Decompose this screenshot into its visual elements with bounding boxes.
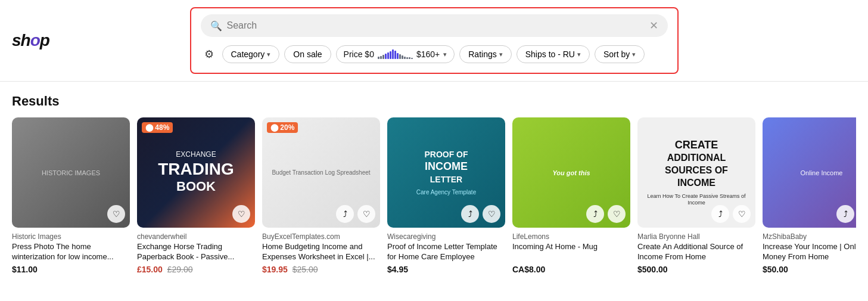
product-name: Exchange Horse Trading Paperback Book - …	[137, 242, 255, 262]
wishlist-button[interactable]: ♡	[232, 205, 250, 223]
list-item[interactable]: HISTORIC IMAGES ♡ Historic Images Press …	[12, 117, 130, 274]
discount-badge: ⬤ 20%	[267, 122, 298, 133]
product-price: $19.95 $25.00	[262, 265, 380, 274]
product-name: Press Photo The home winterization for l…	[12, 242, 130, 262]
product-image-1: HISTORIC IMAGES ♡	[12, 117, 130, 228]
search-bar-container: 🔍 Income Home ✕	[201, 14, 668, 37]
product-image-2: EXCHANGE TRADING BOOK ⬤ 48% ♡	[137, 117, 255, 228]
list-item[interactable]: PROOF OF INCOME LETTER Care Agency Templ…	[387, 117, 505, 274]
on-sale-filter[interactable]: On sale	[284, 45, 331, 63]
search-input[interactable]: Income Home	[227, 20, 645, 31]
product-image-5: You got this ♡ ⤴	[512, 117, 630, 228]
product-price: $4.95	[387, 265, 505, 274]
share-button[interactable]: ⤴	[461, 205, 479, 223]
product-price: $500.00	[637, 265, 755, 274]
results-title: Results	[12, 94, 856, 109]
category-label: Category	[231, 49, 265, 59]
original-price: $25.00	[293, 265, 318, 274]
product-seller: Wisecaregiving	[387, 232, 505, 241]
category-chevron-icon: ▾	[267, 51, 270, 58]
product-price: CA$8.00	[512, 265, 630, 274]
results-section: Results HISTORIC IMAGES ♡ Historic Image…	[0, 82, 868, 280]
product-price: £15.00 £29.00	[137, 265, 255, 274]
ratings-filter[interactable]: Ratings ▾	[459, 45, 511, 63]
wishlist-button[interactable]: ♡	[107, 205, 125, 223]
sale-price: £15.00	[137, 265, 163, 274]
price-max-label: $160+	[416, 49, 440, 59]
product-seller: chevanderwheil	[137, 232, 255, 241]
sort-by-chevron-icon: ▾	[632, 51, 636, 58]
discount-badge: ⬤ 48%	[142, 122, 173, 133]
ships-to-label: Ships to - RU	[525, 49, 575, 59]
sliders-icon: ⚙	[204, 48, 214, 60]
product-seller: BuyExcelTemplates.com	[262, 232, 380, 241]
product-name: Home Budgeting Income and Expenses Works…	[262, 242, 380, 262]
ships-to-chevron-icon: ▾	[577, 51, 581, 58]
list-item[interactable]: Online Income ♡ ⤴ MzShibaBaby Increase Y…	[763, 117, 856, 274]
sort-by-label: Sort by	[603, 49, 630, 59]
wishlist-button[interactable]: ♡	[733, 205, 751, 223]
product-grid: HISTORIC IMAGES ♡ Historic Images Press …	[12, 117, 856, 280]
share-button[interactable]: ⤴	[586, 205, 604, 223]
list-item[interactable]: EXCHANGE TRADING BOOK ⬤ 48% ♡ chevanderw…	[137, 117, 255, 274]
clear-icon[interactable]: ✕	[649, 19, 658, 32]
price-range-filter[interactable]: Price $0	[336, 45, 455, 63]
product-price: $50.00	[763, 265, 856, 274]
product-name: Increase Your Income | Online Money From…	[763, 242, 856, 262]
share-button[interactable]: ⤴	[336, 205, 354, 223]
logo-p: p	[40, 31, 49, 49]
ships-to-filter[interactable]: Ships to - RU ▾	[517, 45, 590, 63]
logo-op: o	[30, 31, 40, 49]
search-icon: 🔍	[210, 20, 222, 32]
on-sale-label: On sale	[293, 49, 322, 59]
ratings-chevron-icon: ▾	[499, 51, 503, 58]
list-item[interactable]: CREATE ADDITIONAL SOURCES OF INCOME Lear…	[637, 117, 755, 274]
product-price: $11.00	[12, 265, 130, 274]
category-filter[interactable]: Category ▾	[222, 45, 280, 63]
header: shop 🔍 Income Home ✕ ⚙ Category ▾ On sal…	[0, 0, 868, 82]
product-image-4: PROOF OF INCOME LETTER Care Agency Templ…	[387, 117, 505, 228]
product-image-3: Budget Transaction Log Spreadsheet ⬤ 20%…	[262, 117, 380, 228]
price-chevron-icon: ▾	[443, 51, 447, 58]
wishlist-button[interactable]: ♡	[608, 205, 626, 223]
logo-sh: sh	[12, 31, 30, 49]
ratings-label: Ratings	[468, 49, 496, 59]
product-image-7: Online Income ♡ ⤴	[763, 117, 856, 228]
product-seller: Marlia Bryonne Hall	[637, 232, 755, 241]
original-price: £29.00	[167, 265, 193, 274]
logo: shop	[12, 31, 49, 50]
wishlist-button[interactable]: ♡	[357, 205, 375, 223]
sale-price: $19.95	[262, 265, 288, 274]
sort-by-filter[interactable]: Sort by ▾	[595, 45, 645, 63]
product-seller: Historic Images	[12, 232, 130, 241]
product-seller: LifeLemons	[512, 232, 630, 241]
price-min-label: Price $0	[344, 49, 374, 59]
product-image-6: CREATE ADDITIONAL SOURCES OF INCOME Lear…	[637, 117, 755, 228]
product-name: Incoming At Home - Mug	[512, 242, 630, 262]
list-item[interactable]: Budget Transaction Log Spreadsheet ⬤ 20%…	[262, 117, 380, 274]
filters-icon-button[interactable]: ⚙	[201, 44, 217, 64]
wishlist-button[interactable]: ♡	[483, 205, 500, 223]
search-area: 🔍 Income Home ✕ ⚙ Category ▾ On sale Pri…	[190, 7, 679, 74]
share-button[interactable]: ⤴	[711, 205, 729, 223]
share-button[interactable]: ⤴	[836, 205, 854, 223]
product-name: Proof of Income Letter Template for Home…	[387, 242, 505, 262]
product-name: Create An Additional Source of Income Fr…	[637, 242, 755, 262]
list-item[interactable]: You got this ♡ ⤴ LifeLemons Incoming At …	[512, 117, 630, 274]
price-histogram	[378, 49, 413, 59]
filter-bar: ⚙ Category ▾ On sale Price $0	[201, 44, 668, 64]
product-seller: MzShibaBaby	[763, 232, 856, 241]
